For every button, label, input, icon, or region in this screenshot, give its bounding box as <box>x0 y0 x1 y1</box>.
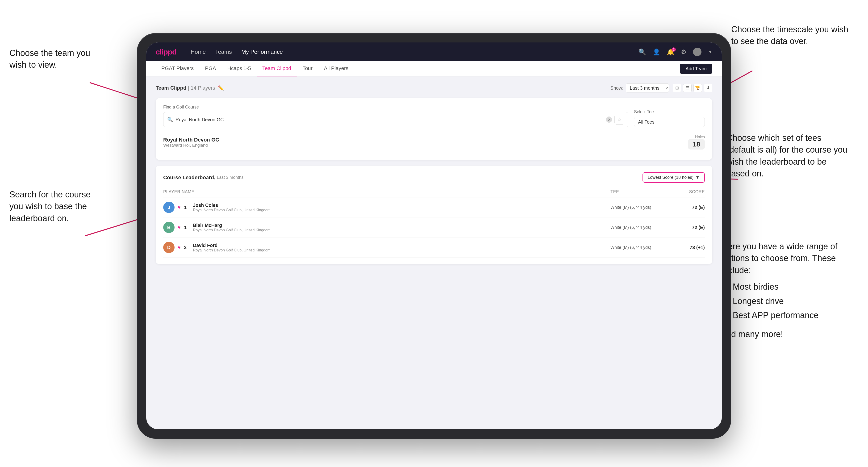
leaderboard-table: PLAYER NAME TEE SCORE J ♥ 1 Josh Coles R <box>163 187 705 257</box>
people-icon[interactable]: 👤 <box>653 49 660 56</box>
nav-link-home[interactable]: Home <box>191 49 206 55</box>
nav-logo: clippd <box>156 48 177 56</box>
edit-icon[interactable]: ✏️ <box>218 85 224 91</box>
list-view-button[interactable]: ☰ <box>683 84 691 92</box>
holes-value: 18 <box>688 139 705 150</box>
player-name: Blair McHarg <box>193 223 271 228</box>
search-panel: Find a Golf Course 🔍 ✕ ☆ Select Tee All … <box>156 98 712 160</box>
nav-link-myperformance[interactable]: My Performance <box>241 49 283 55</box>
search-input-icon: 🔍 <box>167 117 173 122</box>
score-cell: 72 (E) <box>677 225 705 230</box>
sub-nav-pga[interactable]: PGA <box>199 61 221 76</box>
player-rank: 1 <box>184 225 190 230</box>
leaderboard-section: Course Leaderboard, Last 3 months Lowest… <box>156 165 712 264</box>
tee-label: Select Tee <box>634 110 705 115</box>
team-header: Team Clippd | 14 Players ✏️ Show: Last 3… <box>156 84 712 92</box>
course-location: Westward Ho!, England <box>163 143 219 148</box>
find-label: Find a Golf Course <box>163 105 628 110</box>
tee-select[interactable]: All Tees White (M) Yellow (M) Red (W) <box>634 117 705 127</box>
player-info: Blair McHarg Royal North Devon Golf Club… <box>193 223 271 232</box>
team-title: Team Clippd | 14 Players <box>156 85 215 91</box>
trophy-view-button[interactable]: 🏆 <box>693 84 702 92</box>
avatar: J <box>163 201 175 213</box>
sub-nav: PGAT Players PGA Hcaps 1-5 Team Clippd T… <box>146 61 722 76</box>
avatar: B <box>163 222 175 233</box>
main-content: Team Clippd | 14 Players ✏️ Show: Last 3… <box>146 76 722 271</box>
leaderboard-subtitle: Last 3 months <box>217 175 243 180</box>
show-dropdown[interactable]: Last 3 months Last 6 months Last 12 mont… <box>626 84 669 92</box>
bell-badge: 1 <box>672 48 676 52</box>
view-icons: ⊞ ☰ 🏆 ⬇ <box>673 84 712 92</box>
player-club: Royal North Devon Golf Club, United King… <box>193 248 271 252</box>
player-club: Royal North Devon Golf Club, United King… <box>193 228 271 232</box>
sub-nav-team-clippd[interactable]: Team Clippd <box>257 61 297 76</box>
player-club: Royal North Devon Golf Club, United King… <box>193 208 271 212</box>
table-row: J ♥ 1 Josh Coles Royal North Devon Golf … <box>163 197 705 217</box>
sub-nav-all-players[interactable]: All Players <box>318 61 354 76</box>
chevron-down-icon[interactable]: ▼ <box>708 50 712 55</box>
player-cell: B ♥ 1 Blair McHarg Royal North Devon Gol… <box>163 222 611 233</box>
player-name: Josh Coles <box>193 203 271 208</box>
player-rank: 1 <box>184 205 190 210</box>
search-icon[interactable]: 🔍 <box>639 49 646 56</box>
tee-cell: White (M) (6,744 yds) <box>611 245 677 250</box>
heart-icon: ♥ <box>178 205 181 210</box>
download-button[interactable]: ⬇ <box>704 84 712 92</box>
tee-col: Select Tee All Tees White (M) Yellow (M)… <box>634 110 705 127</box>
tablet-shell: clippd Home Teams My Performance 🔍 👤 🔔 1… <box>137 33 731 439</box>
heart-icon: ♥ <box>178 225 181 230</box>
table-row: B ♥ 1 Blair McHarg Royal North Devon Gol… <box>163 217 705 238</box>
course-result: Royal North Devon GC Westward Ho!, Engla… <box>163 131 705 153</box>
sub-nav-pgat[interactable]: PGAT Players <box>156 61 199 76</box>
grid-view-button[interactable]: ⊞ <box>673 84 681 92</box>
table-header: PLAYER NAME TEE SCORE <box>163 187 705 197</box>
col-player: PLAYER NAME <box>163 189 611 194</box>
player-info: David Ford Royal North Devon Golf Club, … <box>193 243 271 252</box>
course-info: Royal North Devon GC Westward Ho!, Engla… <box>163 137 219 148</box>
avatar[interactable] <box>693 48 702 56</box>
player-cell: J ♥ 1 Josh Coles Royal North Devon Golf … <box>163 201 611 213</box>
course-holes: Holes 18 <box>688 135 705 150</box>
favorite-button[interactable]: ☆ <box>614 115 624 125</box>
show-label: Show: <box>610 85 623 91</box>
col-score: SCORE <box>677 189 705 194</box>
clear-search-button[interactable]: ✕ <box>606 117 612 123</box>
search-col: Find a Golf Course 🔍 ✕ ☆ <box>163 105 628 127</box>
score-cell: 72 (E) <box>677 205 705 210</box>
player-cell: D ♥ 3 David Ford Royal North Devon Golf … <box>163 242 611 253</box>
leaderboard-title: Course Leaderboard, <box>163 175 215 181</box>
nav-right: 🔍 👤 🔔 1 ⚙ ▼ <box>639 48 712 56</box>
annotation-top-right: Choose the timescale you wish to see the… <box>731 24 849 48</box>
add-team-button[interactable]: Add Team <box>680 64 712 74</box>
nav-bar: clippd Home Teams My Performance 🔍 👤 🔔 1… <box>146 42 722 61</box>
player-rank: 3 <box>184 245 190 250</box>
player-name: David Ford <box>193 243 271 248</box>
col-tee: TEE <box>611 189 677 194</box>
search-input[interactable] <box>176 117 603 122</box>
search-row: Find a Golf Course 🔍 ✕ ☆ Select Tee All … <box>163 105 705 127</box>
heart-icon: ♥ <box>178 245 181 250</box>
search-input-wrap: 🔍 ✕ ☆ <box>163 112 628 127</box>
annotation-bot-right: Here you have a wide range of options to… <box>722 241 849 340</box>
chevron-down-icon: ▼ <box>695 175 700 180</box>
annotation-top-left: Choose the team you wish to view. <box>9 47 99 71</box>
annotation-mid-right: Choose which set of tees (default is all… <box>726 132 849 180</box>
table-row: D ♥ 3 David Ford Royal North Devon Golf … <box>163 238 705 257</box>
sub-nav-hcaps[interactable]: Hcaps 1-5 <box>222 61 257 76</box>
settings-icon[interactable]: ⚙ <box>681 49 686 56</box>
course-name: Royal North Devon GC <box>163 137 219 143</box>
player-info: Josh Coles Royal North Devon Golf Club, … <box>193 203 271 212</box>
bell-icon[interactable]: 🔔 1 <box>667 49 674 56</box>
leaderboard-header: Course Leaderboard, Last 3 months Lowest… <box>163 172 705 183</box>
nav-link-teams[interactable]: Teams <box>215 49 232 55</box>
holes-label: Holes <box>688 135 705 139</box>
tablet-screen: clippd Home Teams My Performance 🔍 👤 🔔 1… <box>146 42 722 429</box>
tee-cell: White (M) (6,744 yds) <box>611 225 677 230</box>
tee-cell: White (M) (6,744 yds) <box>611 205 677 210</box>
score-cell: 73 (+1) <box>677 245 705 250</box>
score-type-button[interactable]: Lowest Score (18 holes) ▼ <box>643 172 705 183</box>
sub-nav-tour[interactable]: Tour <box>297 61 318 76</box>
annotation-mid-left: Search for the course you wish to base t… <box>9 189 99 224</box>
avatar: D <box>163 242 175 253</box>
